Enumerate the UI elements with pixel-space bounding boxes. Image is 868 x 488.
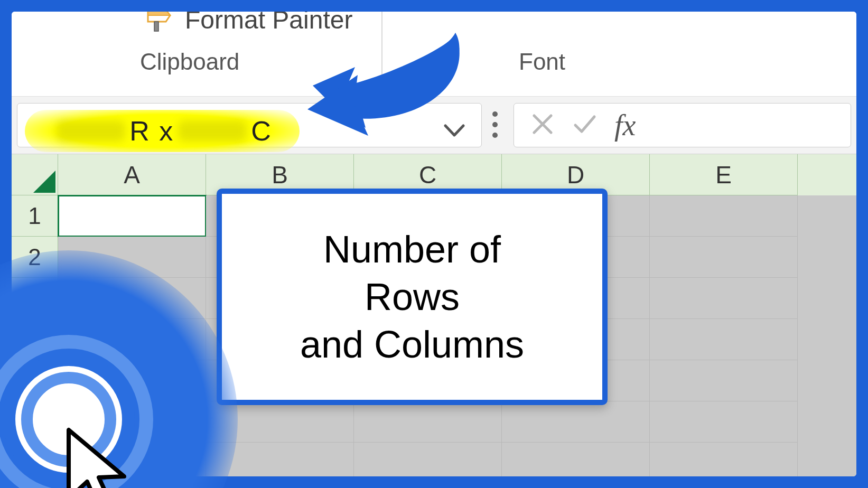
cell[interactable] xyxy=(354,443,502,476)
name-box-value-highlight: R x C xyxy=(25,110,300,152)
format-painter-icon xyxy=(144,12,175,34)
name-box-rx: R x xyxy=(129,115,174,147)
clipboard-group-label: Clipboard xyxy=(140,49,239,75)
cell[interactable] xyxy=(650,278,798,319)
cell[interactable] xyxy=(502,443,650,476)
cell[interactable] xyxy=(650,360,798,401)
thumbnail-frame: Format Painter Clipboard Font R x C xyxy=(0,0,868,488)
cancel-icon[interactable] xyxy=(530,111,555,139)
font-group-label: Font xyxy=(519,49,565,75)
svg-rect-0 xyxy=(154,22,158,31)
name-box-c: C xyxy=(251,115,272,147)
fx-icon[interactable]: fx xyxy=(614,108,636,142)
callout-text: Number of Rows and Columns xyxy=(300,226,524,368)
cell[interactable] xyxy=(650,195,798,237)
cursor-icon xyxy=(58,425,137,488)
select-all-triangle[interactable] xyxy=(12,154,58,195)
cell[interactable] xyxy=(650,401,798,443)
cell[interactable] xyxy=(650,443,798,476)
check-icon[interactable] xyxy=(572,111,598,139)
cell[interactable] xyxy=(354,401,502,443)
formula-bar[interactable]: fx xyxy=(514,103,851,147)
cell[interactable] xyxy=(650,237,798,278)
pointer-arrow-icon xyxy=(292,27,482,149)
cell[interactable] xyxy=(502,401,650,443)
callout-box: Number of Rows and Columns xyxy=(217,189,608,405)
column-header-A[interactable]: A xyxy=(58,154,206,195)
cell[interactable] xyxy=(650,319,798,360)
column-header-E[interactable]: E xyxy=(650,154,798,195)
bar-grip xyxy=(492,111,498,138)
row-header-1[interactable]: 1 xyxy=(12,195,58,237)
cell-A1[interactable] xyxy=(58,195,206,237)
